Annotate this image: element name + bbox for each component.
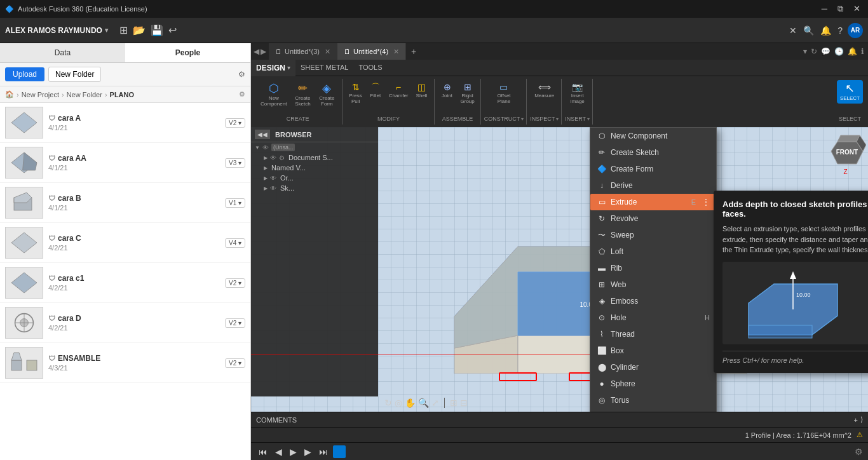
toolbar-new-component-button[interactable]: ⬡ NewComponent [257,80,290,109]
upload-button[interactable]: Upload [5,67,44,81]
nav-fwd-icon[interactable]: ▶ [261,47,266,56]
save-icon[interactable]: 💾 [151,24,163,36]
menu-item-derive[interactable]: ↓ Derive [590,177,716,194]
browser-collapse-button[interactable]: ◀◀ [255,130,270,139]
menu-item-sweep[interactable]: 〜 Sweep [590,227,716,243]
browser-origin[interactable]: ▶ 👁 Or... [251,173,378,183]
orbit-icon[interactable]: ↻ [384,398,392,408]
breadcrumb-folder[interactable]: New Folder [67,91,102,98]
version-badge[interactable]: V2 ▾ [225,318,245,328]
version-badge[interactable]: V2 ▾ [225,358,245,368]
toolbar-insert-button[interactable]: 📷 InsertImage [567,80,588,107]
menu-item-emboss[interactable]: ◈ Emboss [590,293,716,309]
browser-sketches[interactable]: ▶ 👁 Sk... [251,183,378,193]
search-icon[interactable]: 🔍 [802,24,815,37]
info-icon[interactable]: ℹ [861,47,864,56]
user-dropdown-arrow[interactable]: ▾ [105,27,108,34]
breadcrumb-home[interactable]: 🏠 [5,90,14,98]
playback-play-button[interactable]: ▶ [287,445,299,458]
menu-item-thread[interactable]: ⌇ Thread [590,326,716,342]
minimize-button[interactable]: ─ [819,4,830,14]
insert-dropdown-icon[interactable]: ▾ [587,116,590,122]
tab-refresh-icon[interactable]: ↻ [811,47,817,56]
tab-untitled-3[interactable]: 🗒 Untitled*(3) ✕ [269,43,337,60]
browser-eye-icon2[interactable]: 👁 [270,154,276,161]
zoom-icon[interactable]: 🔍 [418,398,429,408]
browser-eye-icon4[interactable]: 👁 [270,185,276,192]
toolbar-chamfer-button[interactable]: ⌐ Chamfer [386,80,412,107]
browser-row-unsaved[interactable]: ▼ 👁 (Unsa... [251,142,378,152]
playback-end-button[interactable]: ⏭ [316,445,330,458]
browser-gear-icon[interactable]: ⚙ [279,154,285,161]
close-button[interactable]: ✕ [851,4,863,14]
toolbar-joint-button[interactable]: ⊕ Joint [438,80,457,107]
playback-start-button[interactable]: ⏮ [256,445,270,458]
user-area[interactable]: ALEX RAMOS RAYMUNDO ▾ [5,26,108,35]
menu-item-web[interactable]: ⊞ Web [590,276,716,293]
file-item[interactable]: 🛡 ENSAMBLE 4/3/21 V2 ▾ [0,343,250,383]
timeline-position[interactable] [333,445,346,458]
playback-fwd-button[interactable]: ▶ [302,445,314,458]
toolbar-press-pull-button[interactable]: ⇅ PressPull [346,80,365,107]
file-item[interactable]: 🛡 cara c1 4/2/21 V2 ▾ [0,263,250,303]
version-badge[interactable]: V2 ▾ [225,118,245,128]
version-badge[interactable]: V3 ▾ [225,158,245,168]
open-file-icon[interactable]: 📂 [133,24,146,36]
browser-eye-icon[interactable]: 👁 [262,144,269,151]
zoom-fit-icon[interactable]: ⤢ [431,398,439,408]
avatar[interactable]: AR [848,23,863,38]
browser-doc-settings[interactable]: ▶ 👁 ⚙ Document S... [251,152,378,163]
toolbar-form-button[interactable]: ◈ CreateForm [315,80,338,109]
menu-item-torus[interactable]: ◎ Torus [590,392,716,409]
file-item[interactable]: 🛡 cara C 4/2/21 V4 ▾ [0,223,250,263]
look-at-icon[interactable]: ◎ [395,398,402,408]
menu-item-revolve[interactable]: ↻ Revolve [590,210,716,227]
bell-icon[interactable]: 🔔 [848,47,857,56]
playback-settings-icon[interactable]: ⚙ [855,447,863,457]
nav-cube-svg[interactable]: FRONT [828,132,866,170]
toolbar-sketch-button[interactable]: ✏ CreateSketch [291,80,314,109]
browser-eye-icon3[interactable]: 👁 [270,175,276,182]
sheet-metal-tab[interactable]: SHEET METAL [295,61,353,75]
menu-item-loft[interactable]: ⬠ Loft [590,243,716,260]
toolbar-select-button[interactable]: ↖ SELECT [837,80,863,104]
menu-item-rib[interactable]: ▬ Rib [590,260,716,276]
version-badge[interactable]: V4 ▾ [225,238,245,248]
breadcrumb-settings-icon[interactable]: ⚙ [239,90,245,98]
file-item[interactable]: 🛡 cara D 4/2/21 V2 ▾ [0,303,250,343]
browser-named-views[interactable]: ▶ Named V... [251,163,378,173]
menu-item-create-sketch[interactable]: ✏ Create Sketch [590,144,716,161]
tab3-close-icon[interactable]: ✕ [325,48,330,56]
toolbar-shell-button[interactable]: ◫ Shell [412,80,431,107]
menu-item-cylinder[interactable]: ⬤ Cylinder [590,359,716,375]
inspect-dropdown-icon[interactable]: ▾ [556,116,559,122]
new-folder-button[interactable]: New Folder [48,67,101,82]
help-icon[interactable]: ? [836,24,844,37]
toolbar-fillet-button[interactable]: ⌒ Fillet [366,80,385,107]
pan-icon[interactable]: ✋ [405,398,416,408]
menu-item-create-form[interactable]: 🔷 Create Form [590,161,716,177]
tab-data[interactable]: Data [0,43,125,62]
menu-item-new-component[interactable]: ⬡ New Component [590,128,716,144]
add-tab-button[interactable]: + [407,46,420,57]
playback-back-button[interactable]: ◀ [273,445,285,458]
settings-icon[interactable]: ⚙ [238,70,245,79]
extrude-options-icon[interactable]: ⋮ [702,198,710,206]
construct-dropdown-icon[interactable]: ▾ [521,116,524,122]
apps-icon[interactable]: ⊞ [119,24,128,36]
grid-icon[interactable]: ⊞ [450,398,458,408]
menu-item-coil[interactable]: 🌀 Coil [590,409,716,412]
notification-icon[interactable]: 🔔 [819,24,832,37]
toolbar-measure-button[interactable]: ⟺ Measure [531,80,557,101]
nav-back-icon[interactable]: ◀ [254,47,259,56]
clock-icon[interactable]: 🕒 [834,47,844,56]
menu-item-sphere[interactable]: ● Sphere [590,375,716,392]
design-arrow-icon[interactable]: ▾ [287,64,290,71]
breadcrumb-project[interactable]: New Project [22,91,59,98]
comments-collapse-icon[interactable]: ⟩ [860,416,863,424]
breadcrumb-current[interactable]: PLANO [110,91,135,98]
version-badge[interactable]: V2 ▾ [225,278,245,288]
add-comment-icon[interactable]: + [854,416,858,424]
tab-untitled-4[interactable]: 🗒 Untitled*(4) ✕ [337,43,406,60]
restore-button[interactable]: ⧉ [835,4,846,14]
